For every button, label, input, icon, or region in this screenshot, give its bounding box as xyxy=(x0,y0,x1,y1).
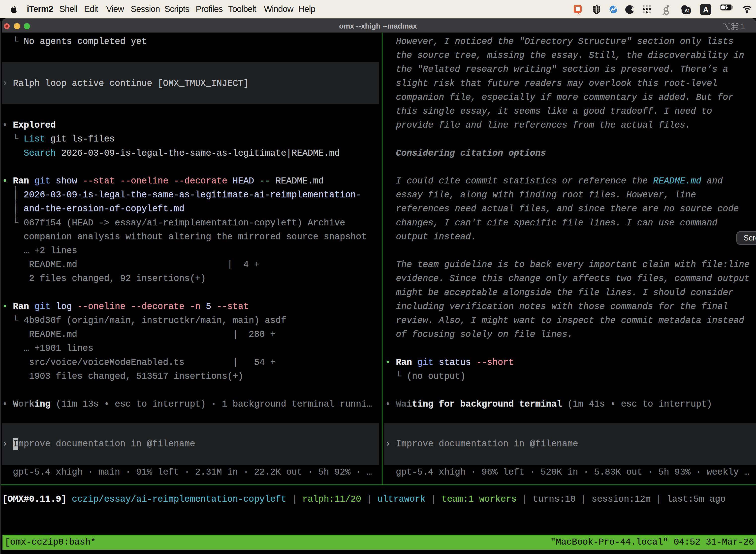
svg-text:..61: ..61 xyxy=(683,8,690,13)
svg-text:A: A xyxy=(703,5,708,14)
